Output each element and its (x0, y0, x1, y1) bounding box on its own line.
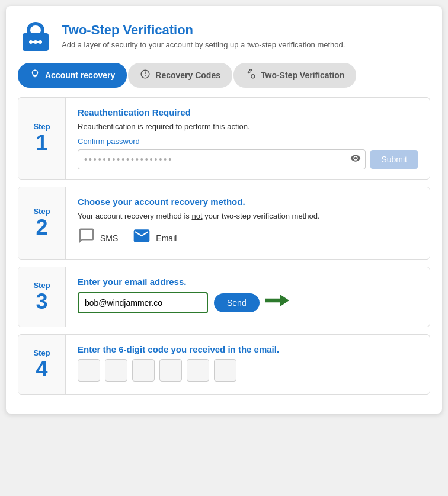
code-box-6[interactable] (214, 359, 236, 382)
email-icon (132, 226, 151, 249)
sms-label: SMS (100, 233, 118, 243)
page-subtitle: Add a layer of security to your account … (62, 40, 345, 49)
step-1-description: Reauthentication is required to perform … (78, 122, 418, 131)
email-row: Send (78, 292, 418, 313)
tab-recovery-codes[interactable]: Recovery Codes (128, 63, 232, 88)
step-3-title: Enter your email address. (78, 277, 418, 287)
toggle-password-button[interactable] (350, 153, 361, 166)
step-4-num: 4 (36, 357, 47, 381)
submit-button[interactable]: Submit (370, 150, 418, 169)
password-input-row: Submit (78, 149, 418, 169)
step-2-section: Step 2 Choose your account recovery meth… (18, 187, 430, 260)
svg-marker-6 (265, 295, 289, 307)
password-wrapper (78, 149, 366, 169)
email-label: Email (156, 233, 177, 243)
step-3-section: Step 3 Enter your email address. Send (18, 267, 430, 327)
tab-bar: Account recovery Recovery Codes Two-Step… (18, 63, 430, 88)
step-3-label: Step 3 (18, 267, 66, 327)
code-input-boxes (78, 359, 418, 382)
arrow-indicator (265, 292, 289, 313)
lock-icon (18, 18, 53, 53)
confirm-password-label: Confirm password (78, 137, 418, 146)
password-input[interactable] (78, 149, 366, 169)
sms-icon (78, 227, 95, 249)
step-2-word: Step (33, 207, 50, 216)
code-box-3[interactable] (132, 359, 155, 382)
step-4-title: Enter the 6-digit code you received in t… (78, 344, 418, 354)
step-4-word: Step (33, 348, 50, 357)
step-2-description: Your account recovery method is not your… (78, 212, 418, 220)
step-1-num: 1 (36, 131, 47, 155)
email-option[interactable]: Email (132, 226, 177, 249)
email-input[interactable] (78, 292, 208, 313)
header-text: Two-Step Verification Add a layer of sec… (62, 23, 345, 49)
step-2-title: Choose your account recovery method. (78, 197, 418, 207)
step-1-content: Reauthentication Required Reauthenticati… (66, 98, 430, 179)
tab-account-recovery-label: Account recovery (45, 71, 115, 80)
send-button[interactable]: Send (214, 293, 260, 312)
step-4-label: Step 4 (18, 335, 66, 394)
step-3-num: 3 (36, 290, 47, 313)
recovery-codes-icon (140, 69, 151, 82)
code-box-5[interactable] (187, 359, 209, 382)
code-box-4[interactable] (159, 359, 182, 382)
tab-recovery-codes-label: Recovery Codes (155, 71, 220, 80)
step-3-content: Enter your email address. Send (66, 267, 430, 327)
step-1-section: Step 1 Reauthentication Required Reauthe… (18, 97, 430, 180)
page-title: Two-Step Verification (62, 23, 345, 38)
step-2-label: Step 2 (18, 187, 66, 259)
step-2-content: Choose your account recovery method. You… (66, 187, 430, 259)
step-1-title: Reauthentication Required (78, 107, 418, 117)
tab-two-step-label: Two-Step Verification (261, 71, 344, 80)
step-3-word: Step (33, 281, 50, 290)
main-container: Two-Step Verification Add a layer of sec… (6, 6, 442, 414)
step-2-num: 2 (36, 216, 47, 239)
step-1-label: Step 1 (18, 98, 66, 179)
code-box-1[interactable] (78, 359, 100, 382)
sms-option[interactable]: SMS (78, 227, 118, 249)
account-recovery-icon (30, 69, 40, 82)
two-step-icon (245, 69, 256, 82)
step-4-section: Step 4 Enter the 6-digit code you receiv… (18, 334, 430, 395)
header: Two-Step Verification Add a layer of sec… (18, 18, 430, 53)
tab-two-step-verification[interactable]: Two-Step Verification (233, 63, 356, 88)
step-4-content: Enter the 6-digit code you received in t… (66, 335, 430, 394)
code-box-2[interactable] (105, 359, 127, 382)
step-1-word: Step (33, 122, 50, 131)
tab-account-recovery[interactable]: Account recovery (18, 63, 127, 88)
recovery-method-options: SMS Email (78, 226, 418, 249)
